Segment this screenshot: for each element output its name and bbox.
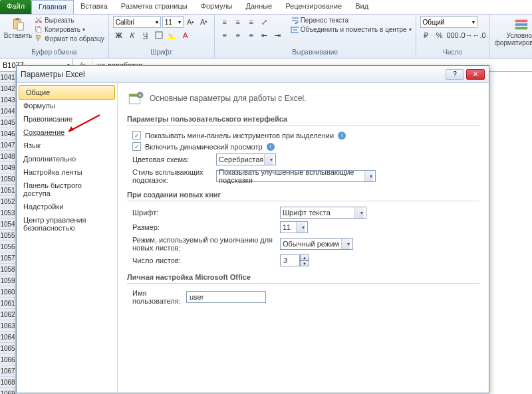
cut-button[interactable]: Вырезать [35,16,104,24]
row-header[interactable]: 1043 [0,94,15,106]
spin-down-icon[interactable]: ▼ [300,260,309,266]
nav-advanced[interactable]: Дополнительно [17,152,117,165]
row-header[interactable]: 1047 [0,140,15,151]
tab-review[interactable]: Рецензирование [279,0,348,14]
svg-rect-7 [36,36,40,39]
row-header[interactable]: 1054 [0,219,15,230]
row-header[interactable]: 1050 [0,173,15,185]
row-header[interactable]: 1044 [0,106,15,117]
spin-up-icon[interactable]: ▲ [300,254,309,260]
copy-button[interactable]: Копировать▾ [35,25,104,33]
row-header[interactable]: 1046 [0,128,15,140]
color-scheme-select[interactable]: Серебристая▾ [216,153,276,165]
info-icon[interactable]: i [338,132,346,140]
row-header[interactable]: 1066 [0,354,15,365]
orientation-button[interactable]: ⤢ [259,16,271,28]
tab-page-layout[interactable]: Разметка страницы [114,0,194,14]
checkbox-live-preview[interactable]: ✓ [132,142,141,151]
font-size-combo[interactable]: 11▾ [162,16,184,28]
default-size-select[interactable]: 11▾ [280,221,308,233]
tab-file[interactable]: Файл [0,0,31,14]
row-header[interactable]: 1042 [0,83,15,94]
font-name-combo[interactable]: Calibri▾ [113,16,161,28]
row-header[interactable]: 1057 [0,252,15,264]
info-icon[interactable]: i [267,143,275,151]
nav-general[interactable]: Общие [19,85,115,100]
shrink-font-button[interactable]: A▾ [198,16,210,28]
tab-view[interactable]: Вид [348,0,375,14]
row-header[interactable]: 1055 [0,230,15,241]
row-header[interactable]: 1053 [0,207,15,219]
sheet-count-spinner[interactable]: 3 ▲▼ [280,254,309,266]
checkbox-mini-toolbar[interactable]: ✓ [132,131,141,140]
align-left-button[interactable]: ≡ [219,29,231,41]
align-middle-button[interactable]: ≡ [232,16,244,28]
row-header[interactable]: 1056 [0,241,15,252]
nav-save[interactable]: Сохранение [17,126,117,139]
nav-customize-ribbon[interactable]: Настройка ленты [17,165,117,179]
username-input[interactable]: user [186,291,266,303]
svg-rect-1 [15,18,19,21]
grow-font-button[interactable]: A▴ [185,16,197,28]
row-header[interactable]: 1041 [0,72,15,83]
close-button[interactable]: ✕ [466,69,485,80]
inc-decimal-button[interactable]: .0→ [460,29,472,41]
merge-center-button[interactable]: Объединить и поместить в центре▾ [291,25,412,33]
row-header[interactable]: 1062 [0,309,15,320]
nav-formulas[interactable]: Формулы [17,99,117,112]
align-bottom-button[interactable]: ≡ [245,16,257,28]
percent-button[interactable]: % [434,29,446,41]
row-header[interactable]: 1065 [0,343,15,354]
nav-proofing[interactable]: Правописание [17,112,117,126]
row-header[interactable]: 1059 [0,275,15,286]
nav-qat[interactable]: Панель быстрого доступа [17,179,117,200]
row-live-preview: ✓ Включить динамический просмотр i [127,142,479,151]
align-center-button[interactable]: ≡ [232,29,244,41]
dialog-titlebar[interactable]: Параметры Excel ? ✕ [17,66,489,83]
row-header[interactable]: 1068 [0,377,15,388]
row-header[interactable]: 1064 [0,332,15,343]
default-font-select[interactable]: Шрифт текста▾ [280,207,366,219]
indent-dec-button[interactable]: ⇤ [259,29,271,41]
currency-button[interactable]: ₽ [420,29,432,41]
align-top-button[interactable]: ≡ [219,16,231,28]
number-format-combo[interactable]: Общий▾ [420,16,477,28]
tab-formulas[interactable]: Формулы [194,0,239,14]
nav-trust-center[interactable]: Центр управления безопасностью [17,213,117,235]
clipboard-group-label: Буфер обмена [4,48,104,56]
row-header[interactable]: 1058 [0,264,15,275]
tooltip-style-select[interactable]: Показывать улучшенные всплывающие подска… [216,170,376,182]
fill-color-button[interactable] [166,29,178,41]
italic-button[interactable]: К [126,29,138,41]
row-header[interactable]: 1060 [0,286,15,298]
comma-button[interactable]: 000 [447,29,459,41]
row-header[interactable]: 1049 [0,162,15,173]
wrap-text-button[interactable]: Перенос текста [291,16,412,24]
align-right-button[interactable]: ≡ [245,29,257,41]
indent-inc-button[interactable]: ⇥ [272,29,284,41]
row-header[interactable]: 1061 [0,298,15,309]
chevron-down-icon: ▾ [341,239,350,249]
tab-data[interactable]: Данные [239,0,279,14]
tab-home[interactable]: Главная [31,0,74,14]
font-color-button[interactable]: A [180,29,192,41]
underline-button[interactable]: Ч [140,29,152,41]
row-header[interactable]: 1051 [0,185,15,196]
row-header[interactable]: 1069 [0,388,15,394]
row-header[interactable]: 1063 [0,320,15,332]
cond-format-button[interactable]: Условное форматирование [494,16,532,48]
nav-addins[interactable]: Надстройки [17,200,117,213]
paste-button[interactable]: Вставить [4,16,32,41]
help-button[interactable]: ? [446,69,464,80]
default-view-select[interactable]: Обычный режим▾ [280,238,353,250]
row-header[interactable]: 1052 [0,196,15,207]
format-painter-button[interactable]: Формат по образцу [35,35,104,43]
nav-language[interactable]: Язык [17,139,117,152]
row-header[interactable]: 1045 [0,117,15,128]
row-header[interactable]: 1067 [0,365,15,377]
tab-insert[interactable]: Вставка [74,0,114,14]
dec-decimal-button[interactable]: ←.0 [473,29,485,41]
row-header[interactable]: 1048 [0,151,15,162]
borders-button[interactable] [153,29,165,41]
bold-button[interactable]: Ж [113,29,125,41]
